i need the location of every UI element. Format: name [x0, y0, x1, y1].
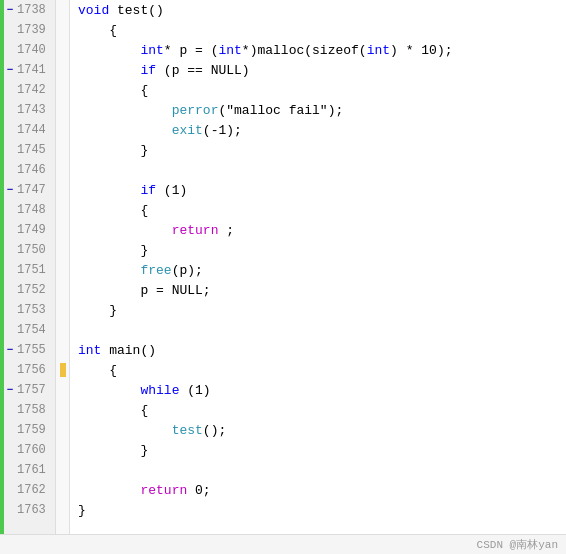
line-number-row: −1755	[4, 340, 55, 360]
line-number: 1742	[17, 83, 50, 97]
token: }	[140, 143, 148, 158]
token: }	[140, 243, 148, 258]
token: int	[367, 43, 390, 58]
code-line: exit(-1);	[78, 120, 566, 140]
line-number: 1755	[17, 343, 50, 357]
collapse-button[interactable]: −	[4, 4, 16, 16]
gutter-marker	[60, 363, 66, 377]
line-number: 1760	[17, 443, 50, 457]
token: (-1);	[203, 123, 242, 138]
token: ();	[203, 423, 226, 438]
gutter-row	[56, 160, 69, 180]
token: }	[78, 503, 86, 518]
collapse-button[interactable]: −	[4, 184, 16, 196]
token: (p);	[172, 263, 203, 278]
token: ("malloc fail");	[218, 103, 343, 118]
code-line: {	[78, 400, 566, 420]
token: {	[109, 23, 117, 38]
line-number-row: 1751	[4, 260, 55, 280]
line-number-row: 1756	[4, 360, 55, 380]
token: int	[78, 343, 101, 358]
token: {	[140, 403, 148, 418]
code-line: {	[78, 360, 566, 380]
line-number-row: 1740	[4, 40, 55, 60]
code-area: −173817391740−174117421743174417451746−1…	[0, 0, 566, 534]
gutter-row	[56, 400, 69, 420]
line-numbers: −173817391740−174117421743174417451746−1…	[4, 0, 56, 534]
line-number: 1738	[17, 3, 50, 17]
line-number-row: 1761	[4, 460, 55, 480]
code-line: }	[78, 440, 566, 460]
code-line: p = NULL;	[78, 280, 566, 300]
code-line: }	[78, 300, 566, 320]
collapse-button	[4, 104, 16, 116]
gutter-row	[56, 140, 69, 160]
collapse-button	[4, 424, 16, 436]
code-line: perror("malloc fail");	[78, 100, 566, 120]
gutter-row	[56, 320, 69, 340]
line-number: 1751	[17, 263, 50, 277]
gutter-row	[56, 500, 69, 520]
indent-spacer	[78, 203, 140, 218]
indent-spacer	[78, 223, 172, 238]
gutter-row	[56, 420, 69, 440]
line-number-row: 1758	[4, 400, 55, 420]
line-number: 1741	[17, 63, 50, 77]
bottom-bar: CSDN @南林yan	[0, 534, 566, 554]
indent-spacer	[78, 303, 109, 318]
line-number-row: −1738	[4, 0, 55, 20]
line-number: 1752	[17, 283, 50, 297]
gutter-row	[56, 360, 69, 380]
gutter-row	[56, 480, 69, 500]
gutter-row	[56, 260, 69, 280]
collapse-button	[4, 224, 16, 236]
indent-spacer	[78, 483, 140, 498]
gutter-row	[56, 440, 69, 460]
token: int	[140, 43, 163, 58]
collapse-button[interactable]: −	[4, 64, 16, 76]
collapse-button	[4, 44, 16, 56]
collapse-button[interactable]: −	[4, 344, 16, 356]
line-number-row: 1746	[4, 160, 55, 180]
token: }	[140, 443, 148, 458]
line-number-row: 1754	[4, 320, 55, 340]
code-line: {	[78, 200, 566, 220]
gutter-row	[56, 200, 69, 220]
gutter-row	[56, 120, 69, 140]
line-number: 1753	[17, 303, 50, 317]
token: free	[140, 263, 171, 278]
code-line: return ;	[78, 220, 566, 240]
collapse-button	[4, 244, 16, 256]
line-number: 1739	[17, 23, 50, 37]
gutter-row	[56, 340, 69, 360]
line-number: 1743	[17, 103, 50, 117]
code-line: void test()	[78, 0, 566, 20]
collapse-button	[4, 324, 16, 336]
code-line: {	[78, 80, 566, 100]
indent-spacer	[78, 23, 109, 38]
code-line: while (1)	[78, 380, 566, 400]
code-content[interactable]: void test() { int* p = (int*)malloc(size…	[70, 0, 566, 534]
line-number-row: 1760	[4, 440, 55, 460]
line-number: 1754	[17, 323, 50, 337]
gutter-row	[56, 80, 69, 100]
token: ) * 10);	[390, 43, 452, 58]
line-number: 1758	[17, 403, 50, 417]
line-number: 1750	[17, 243, 50, 257]
gutter-row	[56, 20, 69, 40]
collapse-button	[4, 284, 16, 296]
token: {	[109, 363, 117, 378]
token: void	[78, 3, 109, 18]
gutter-row	[56, 280, 69, 300]
code-line: if (p == NULL)	[78, 60, 566, 80]
indent-spacer	[78, 183, 140, 198]
collapse-button[interactable]: −	[4, 384, 16, 396]
token: p = NULL;	[140, 283, 210, 298]
line-number: 1747	[17, 183, 50, 197]
collapse-button	[4, 444, 16, 456]
gutter-row	[56, 460, 69, 480]
line-number-row: 1759	[4, 420, 55, 440]
token: exit	[172, 123, 203, 138]
collapse-button	[4, 264, 16, 276]
line-number-row: 1750	[4, 240, 55, 260]
